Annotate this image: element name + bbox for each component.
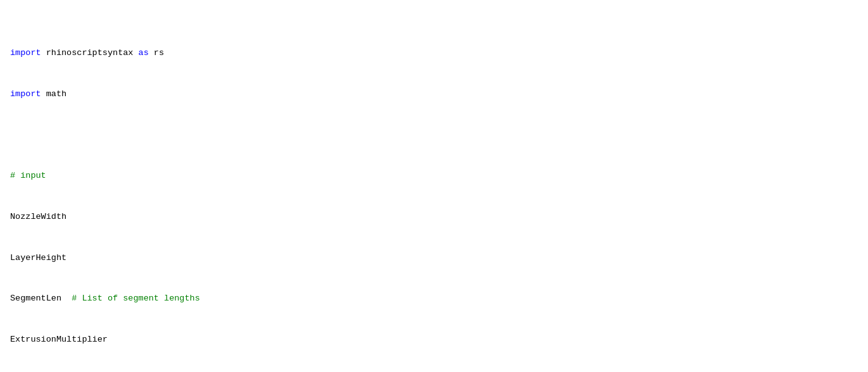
line-4: # input: [10, 169, 868, 183]
line-1: import rhinoscriptsyntax as rs: [10, 46, 868, 60]
line-6: LayerHeight: [10, 251, 868, 265]
line-2: import math: [10, 87, 868, 101]
code-wrapper: import rhinoscriptsyntax as rs import ma…: [0, 5, 868, 372]
line-8: ExtrusionMultiplier: [10, 333, 868, 347]
line-5: NozzleWidth: [10, 210, 868, 224]
code-editor: import rhinoscriptsyntax as rs import ma…: [0, 0, 868, 372]
code-area[interactable]: import rhinoscriptsyntax as rs import ma…: [0, 5, 868, 372]
line-7: SegmentLen # List of segment lengths: [10, 292, 868, 306]
line-3: [10, 128, 868, 142]
